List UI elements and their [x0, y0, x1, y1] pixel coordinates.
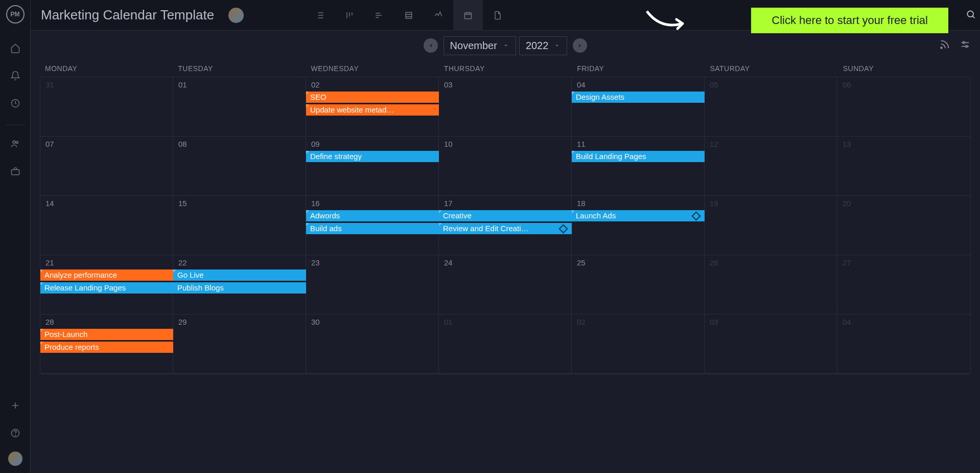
- help-icon[interactable]: [6, 424, 25, 442]
- calendar-cell[interactable]: 12: [705, 137, 837, 196]
- milestone-icon: [691, 211, 701, 220]
- svg-rect-6: [406, 12, 412, 18]
- bell-icon[interactable]: [6, 66, 25, 85]
- next-month-button[interactable]: [573, 38, 587, 53]
- settings-icon[interactable]: [960, 39, 971, 52]
- calendar-event[interactable]: Analyze performance: [40, 269, 173, 281]
- briefcase-icon[interactable]: [6, 162, 25, 181]
- clock-icon[interactable]: [6, 94, 25, 112]
- sheet-view-icon[interactable]: [394, 0, 424, 31]
- calendar-cell[interactable]: 08: [173, 137, 306, 196]
- day-number: 15: [178, 199, 300, 208]
- day-number: 09: [311, 140, 433, 148]
- day-number: 03: [710, 318, 832, 326]
- calendar-cell[interactable]: 15: [173, 196, 306, 255]
- day-number: 01: [444, 318, 566, 326]
- calendar-cell[interactable]: 14: [40, 196, 173, 255]
- day-header: FRIDAY: [572, 60, 705, 77]
- calendar-cell[interactable]: 18: [572, 196, 705, 255]
- list-view-icon[interactable]: [305, 0, 335, 31]
- calendar-cell[interactable]: 01: [439, 314, 572, 374]
- calendar-event[interactable]: Release Landing Pages: [40, 282, 173, 294]
- day-number: 26: [710, 258, 832, 267]
- calendar-cell[interactable]: 27: [837, 255, 970, 314]
- milestone-icon: [558, 224, 568, 233]
- day-number: 16: [311, 199, 433, 208]
- calendar-cell[interactable]: 25: [572, 255, 705, 314]
- free-trial-button[interactable]: Click here to start your free trial: [751, 8, 948, 33]
- calendar-cell[interactable]: 26: [705, 255, 837, 314]
- day-header: TUESDAY: [173, 60, 306, 77]
- day-number: 02: [311, 80, 433, 89]
- users-icon[interactable]: [6, 134, 25, 153]
- day-number: 12: [710, 140, 832, 148]
- file-view-icon[interactable]: [483, 0, 512, 31]
- user-avatar[interactable]: [8, 452, 22, 466]
- day-number: 19: [710, 199, 832, 208]
- calendar-cell[interactable]: 23: [306, 255, 439, 314]
- calendar-cell[interactable]: 11: [572, 137, 705, 196]
- home-icon[interactable]: [6, 39, 25, 57]
- svg-rect-3: [11, 170, 19, 175]
- calendar-cell[interactable]: 07: [40, 137, 173, 196]
- calendar-event[interactable]: SEO: [306, 92, 439, 103]
- calendar-event[interactable]: Publish Blogs: [173, 282, 306, 294]
- year-selector[interactable]: 2022: [519, 36, 568, 55]
- day-number: 21: [45, 258, 168, 267]
- calendar-cell[interactable]: 31: [40, 77, 173, 137]
- calendar-cell[interactable]: 10: [439, 137, 572, 196]
- calendar-cell[interactable]: 29: [173, 314, 306, 374]
- calendar-event[interactable]: Adwords: [306, 210, 439, 221]
- gantt-view-icon[interactable]: [364, 0, 394, 31]
- calendar-cell[interactable]: 24: [439, 255, 572, 314]
- calendar-cell[interactable]: 30: [306, 314, 439, 374]
- svg-point-2: [16, 141, 18, 143]
- calendar-cell[interactable]: 20: [837, 196, 970, 255]
- month-label: November: [450, 40, 497, 52]
- sidebar: PM: [0, 0, 31, 473]
- day-number: 06: [843, 80, 965, 89]
- calendar-event[interactable]: Launch Ads: [572, 210, 705, 221]
- feed-icon[interactable]: [939, 39, 950, 52]
- svg-point-9: [941, 47, 942, 49]
- month-selector[interactable]: November: [444, 36, 516, 55]
- calendar-cell[interactable]: 02: [572, 314, 705, 374]
- calendar-cell[interactable]: 01: [173, 77, 306, 137]
- day-number: 18: [577, 199, 699, 208]
- day-number: 08: [178, 140, 300, 148]
- project-avatar[interactable]: [228, 8, 244, 23]
- day-number: 01: [178, 80, 300, 89]
- calendar-event[interactable]: Define strategy: [306, 151, 439, 162]
- calendar-event[interactable]: Build ads: [306, 223, 439, 234]
- prev-month-button[interactable]: [424, 38, 438, 53]
- calendar-event[interactable]: Creative: [439, 210, 572, 221]
- calendar-event[interactable]: Design Assets: [572, 92, 705, 103]
- day-number: 20: [843, 199, 965, 208]
- calendar-cell[interactable]: 03: [705, 314, 837, 374]
- calendar-cell[interactable]: 09: [306, 137, 439, 196]
- dashboard-view-icon[interactable]: [424, 0, 453, 31]
- calendar-cell[interactable]: 04: [572, 77, 705, 137]
- calendar-view-icon[interactable]: [453, 0, 483, 31]
- calendar-event[interactable]: Update website metad…: [306, 104, 439, 116]
- calendar-cell[interactable]: 05: [705, 77, 837, 137]
- calendar-event[interactable]: Build Landing Pages: [572, 151, 705, 162]
- arrow-icon: [643, 8, 689, 34]
- day-header: WEDNESDAY: [306, 60, 439, 77]
- logo-icon[interactable]: PM: [6, 5, 25, 24]
- calendar-cell[interactable]: 19: [705, 196, 837, 255]
- calendar-cell[interactable]: 06: [837, 77, 970, 137]
- calendar-cell[interactable]: 04: [837, 314, 970, 374]
- calendar-event[interactable]: Produce reports: [40, 342, 173, 353]
- calendar-event[interactable]: Go Live: [173, 269, 306, 281]
- board-view-icon[interactable]: [335, 0, 364, 31]
- day-header: THURSDAY: [439, 60, 572, 77]
- plus-icon[interactable]: [6, 396, 25, 415]
- calendar-event[interactable]: Review and Edit Creati…: [439, 223, 572, 234]
- calendar-cell[interactable]: 03: [439, 77, 572, 137]
- svg-point-8: [967, 11, 973, 17]
- calendar-event[interactable]: Post-Launch: [40, 329, 173, 340]
- search-icon[interactable]: [966, 9, 976, 21]
- divider: [6, 125, 25, 125]
- calendar-cell[interactable]: 13: [837, 137, 970, 196]
